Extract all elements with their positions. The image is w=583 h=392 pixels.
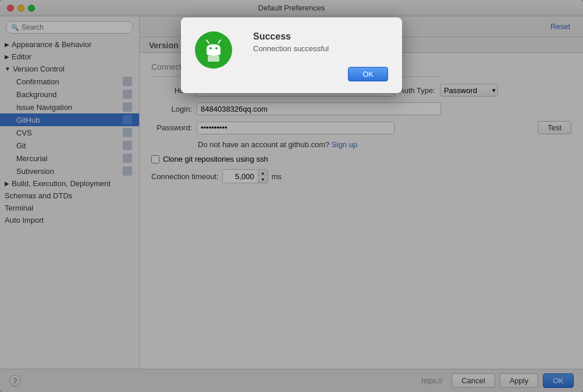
success-icon — [195, 31, 232, 69]
modal-title: Success — [253, 31, 291, 42]
modal-message: Connection successful — [253, 44, 329, 53]
content-area: Reset Version Control Connection Setting… — [140, 16, 583, 369]
modal-content: Success Connection successful OK — [195, 31, 388, 81]
modal-text-area: Success Connection successful OK — [241, 31, 388, 81]
modal-ok-button[interactable]: OK — [348, 67, 388, 81]
main-layout: 🔍 ▶ Appearance & Behavior ▶ Editor ▼ Ver… — [0, 16, 583, 369]
main-window: Default Preferences 🔍 ▶ Appearance & Beh… — [0, 0, 583, 392]
svg-point-4 — [209, 47, 212, 49]
android-icon-svg — [200, 36, 227, 64]
svg-rect-3 — [208, 56, 219, 62]
success-modal: Success Connection successful OK — [181, 17, 402, 93]
success-modal-overlay: Success Connection successful OK — [140, 16, 583, 369]
svg-point-5 — [215, 47, 218, 49]
